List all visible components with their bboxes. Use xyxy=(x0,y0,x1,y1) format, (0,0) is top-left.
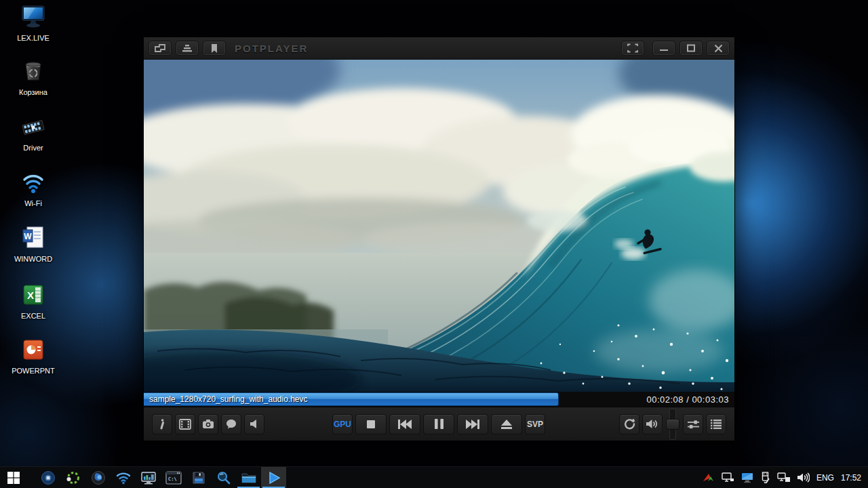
taskbar-app-explorer[interactable] xyxy=(236,467,261,488)
info-icon xyxy=(159,419,165,430)
close-button[interactable] xyxy=(707,41,730,56)
clock[interactable]: 17:52 xyxy=(841,473,861,483)
potplayer-window: POTPLAYER xyxy=(144,37,734,441)
tray-volume-icon[interactable] xyxy=(797,472,810,483)
repeat-icon xyxy=(624,418,635,430)
tray-arrow-icon[interactable] xyxy=(703,472,715,483)
next-button[interactable] xyxy=(457,414,488,434)
always-on-top-button[interactable] xyxy=(176,41,199,56)
minimize-button[interactable] xyxy=(652,41,675,56)
dashed-circle-icon xyxy=(66,470,81,485)
video-frame-surfing xyxy=(144,60,734,392)
seekbar[interactable]: sample_1280x720_surfing_with_audio.hevc … xyxy=(144,392,734,407)
tray-display-icon[interactable] xyxy=(722,472,734,483)
close-icon xyxy=(714,44,723,53)
taskbar-app-disc[interactable] xyxy=(35,467,60,488)
minimize-icon xyxy=(659,44,669,52)
media-info-button[interactable] xyxy=(152,414,172,434)
repeat-button[interactable] xyxy=(619,414,639,434)
disc-app-icon xyxy=(41,470,56,485)
excel-icon: X xyxy=(7,281,60,310)
system-tray: ENG 17:52 xyxy=(703,467,868,488)
performance-monitor-icon xyxy=(140,470,157,485)
potplayer-play-icon xyxy=(267,471,281,485)
desktop-icon-winword[interactable]: W WINWORD xyxy=(7,224,60,264)
volume-slider-handle[interactable] xyxy=(666,419,679,430)
recycle-bin-icon xyxy=(7,57,60,87)
stop-icon xyxy=(367,420,375,428)
wifi-icon xyxy=(115,470,132,485)
screenshot-button[interactable] xyxy=(198,414,218,434)
windows-logo-icon xyxy=(7,472,20,484)
sliders-icon xyxy=(688,420,699,429)
stop-button[interactable] xyxy=(355,414,387,434)
taskbar-app-wifi[interactable] xyxy=(111,467,136,488)
desktop-icon-label: EXCEL xyxy=(7,312,60,321)
maximize-icon xyxy=(686,44,696,52)
word-icon: W xyxy=(7,224,60,253)
stack-icon xyxy=(181,44,193,53)
desktop-icon-lexlive[interactable]: LEX.LIVE xyxy=(7,3,60,43)
taskbar-app-potplayer[interactable] xyxy=(261,467,286,488)
previous-icon xyxy=(398,420,412,429)
video-display[interactable] xyxy=(144,60,734,392)
sphere-app-icon xyxy=(91,470,106,485)
svg-text:C:\: C:\ xyxy=(168,476,177,482)
svg-text:X: X xyxy=(27,289,34,301)
svg-text:W: W xyxy=(24,232,32,241)
playlist-icon xyxy=(711,420,722,429)
fullscreen-icon xyxy=(627,43,638,53)
maximize-button[interactable] xyxy=(679,41,703,56)
desktop-icon-wifi[interactable]: Wi-Fi xyxy=(7,168,60,208)
mute-button[interactable] xyxy=(642,414,663,434)
subtitles-button[interactable] xyxy=(221,414,241,434)
floppy-disk-icon xyxy=(192,471,205,485)
monitor-icon xyxy=(7,3,60,33)
language-indicator[interactable]: ENG xyxy=(816,473,834,483)
video-settings-button[interactable] xyxy=(175,414,195,434)
control-panel-button[interactable] xyxy=(683,414,703,434)
desktop-icon-powerpnt[interactable]: POWERPNT xyxy=(7,336,60,375)
tray-usb-icon[interactable] xyxy=(760,472,770,483)
taskbar-app-spinner[interactable] xyxy=(60,467,85,488)
volume-slider[interactable] xyxy=(667,409,678,440)
previous-button[interactable] xyxy=(389,414,420,434)
desktop-icon-recycle-bin[interactable]: Корзина xyxy=(7,57,60,97)
tray-monitor-icon[interactable] xyxy=(741,472,753,483)
time-display: 00:02:08 / 00:03:03 xyxy=(646,394,734,405)
film-icon xyxy=(179,419,191,430)
taskbar-app-save[interactable] xyxy=(186,467,211,488)
taskbar: C:\ xyxy=(0,466,868,488)
tray-network-icon[interactable] xyxy=(777,472,791,483)
volume-icon xyxy=(646,419,658,429)
bookmark-icon xyxy=(210,43,219,54)
chip-icon xyxy=(7,113,60,142)
powerpoint-icon xyxy=(7,336,60,365)
speech-bubble-icon xyxy=(226,419,237,429)
taskbar-app-cmd[interactable]: C:\ xyxy=(161,467,186,488)
taskbar-app-search[interactable] xyxy=(211,467,236,488)
gpu-decoder-button[interactable]: GPU xyxy=(332,414,353,434)
desktop-icon-label: WINWORD xyxy=(7,255,60,264)
command-prompt-icon: C:\ xyxy=(165,471,182,485)
desktop-icon-label: Wi-Fi xyxy=(7,199,60,208)
audio-button[interactable] xyxy=(244,414,264,434)
wifi-icon xyxy=(7,168,60,198)
potplayer-logo-button[interactable] xyxy=(149,41,172,56)
desktop-icon-driver[interactable]: Driver xyxy=(7,113,60,152)
fullscreen-button[interactable] xyxy=(621,41,644,56)
desktop-icon-excel[interactable]: X EXCEL xyxy=(7,281,60,321)
search-icon xyxy=(216,470,231,485)
playlist-button[interactable] xyxy=(706,414,726,434)
open-eject-button[interactable] xyxy=(491,414,522,434)
taskbar-app-monitor-stats[interactable] xyxy=(136,467,161,488)
pause-button[interactable] xyxy=(423,414,454,434)
next-icon xyxy=(466,420,479,429)
speaker-icon xyxy=(250,419,259,429)
pause-icon xyxy=(435,419,443,429)
bookmark-button[interactable] xyxy=(203,41,226,56)
taskbar-app-media[interactable] xyxy=(85,467,111,488)
titlebar[interactable]: POTPLAYER xyxy=(144,37,734,60)
svp-button[interactable]: SVP xyxy=(525,414,545,434)
start-button[interactable] xyxy=(0,467,27,488)
